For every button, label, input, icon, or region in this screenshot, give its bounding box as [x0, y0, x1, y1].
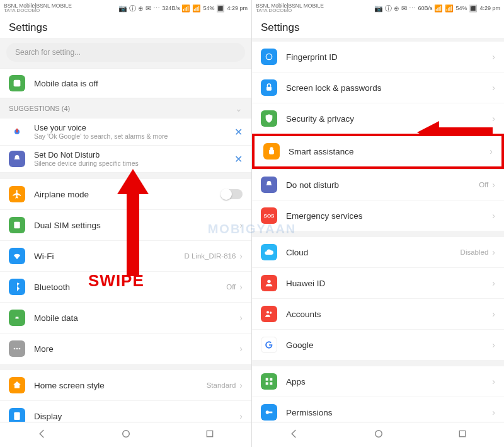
- nav-bar: [0, 422, 251, 447]
- page-title: Settings: [261, 21, 495, 34]
- phone-left: BSNL Mobile|BSNL MOBILE TATA DOCOMO 📷 ⓘ …: [0, 0, 252, 447]
- row-wifi[interactable]: Wi-Fi D Link_DIR-816 ›: [0, 240, 251, 271]
- battery-icon: 🔳: [469, 4, 478, 13]
- nav-home[interactable]: [120, 428, 132, 442]
- header: Settings: [0, 16, 251, 38]
- battery-icon: 🔳: [216, 4, 225, 13]
- chevron-right-icon: ›: [492, 52, 495, 62]
- data-rate: 60B/s: [418, 5, 432, 11]
- carrier-line2: TATA DOCOMO: [4, 8, 40, 13]
- chevron-right-icon: ›: [492, 309, 495, 319]
- row-more[interactable]: More ›: [0, 333, 251, 364]
- row-permissions[interactable]: Permissions ›: [252, 397, 504, 422]
- svg-rect-22: [269, 412, 272, 414]
- row-bluetooth[interactable]: Bluetooth Off ›: [0, 271, 251, 302]
- data-rate: 324B/s: [162, 5, 180, 11]
- row-mobile-data[interactable]: Mobile data ›: [0, 302, 251, 333]
- chevron-right-icon: ›: [492, 83, 495, 93]
- clock: 4:29 pm: [227, 5, 248, 11]
- row-screen-lock[interactable]: Screen lock & passwords ›: [252, 72, 504, 103]
- chevron-right-icon: ›: [239, 220, 243, 230]
- status-bar: BSNL Mobile|BSNL MOBILE TATA DOCOMO 📷 ⓘ …: [252, 0, 504, 16]
- svg-point-16: [270, 311, 272, 313]
- banner-text: Mobile data is off: [34, 79, 98, 88]
- chevron-right-icon: ›: [492, 340, 495, 350]
- row-smart-assistance[interactable]: Smart assistance ›: [252, 134, 504, 169]
- row-cloud[interactable]: Cloud Disabled ›: [252, 237, 504, 267]
- chevron-right-icon: ›: [490, 146, 493, 156]
- chevron-right-icon: ›: [492, 247, 495, 257]
- svg-rect-3: [14, 222, 20, 229]
- row-google[interactable]: Google ›: [252, 329, 504, 360]
- row-airplane-mode[interactable]: Airplane mode: [0, 179, 251, 209]
- row-accounts[interactable]: Accounts ›: [252, 298, 504, 329]
- suggestions-header[interactable]: SUGGESTIONS (4) ⌄: [0, 98, 251, 119]
- nav-bar: [252, 422, 504, 447]
- search-placeholder: Search for setting...: [15, 48, 81, 57]
- row-dual-sim[interactable]: Dual SIM settings ›: [0, 209, 251, 240]
- chevron-right-icon: ›: [239, 251, 243, 261]
- svg-rect-17: [266, 378, 268, 381]
- nav-back[interactable]: [289, 428, 300, 442]
- battery-pct: 54%: [203, 5, 214, 11]
- header: Settings: [252, 16, 504, 38]
- page-title: Settings: [9, 21, 243, 34]
- row-security[interactable]: Security & privacy ›: [252, 103, 504, 134]
- svg-rect-2: [16, 129, 18, 133]
- row-do-not-disturb[interactable]: Do not disturb Off ›: [252, 169, 504, 200]
- svg-rect-0: [14, 80, 21, 87]
- nav-recent[interactable]: [205, 429, 215, 441]
- svg-rect-10: [207, 431, 212, 436]
- chevron-right-icon: ›: [239, 282, 243, 292]
- svg-rect-19: [266, 382, 268, 385]
- chevron-right-icon: ›: [492, 180, 495, 190]
- nav-back[interactable]: [37, 428, 48, 442]
- row-fingerprint[interactable]: Fingerprint ID ›: [252, 42, 504, 72]
- svg-point-5: [16, 348, 18, 350]
- svg-point-21: [266, 410, 269, 414]
- row-huawei-id[interactable]: Huawei ID ›: [252, 267, 504, 298]
- chevron-right-icon: ›: [239, 380, 243, 390]
- svg-point-12: [266, 54, 272, 59]
- row-display[interactable]: Display ›: [0, 400, 251, 422]
- nav-home[interactable]: [373, 428, 384, 442]
- chevron-right-icon: ›: [239, 344, 243, 354]
- signal-icon: 📶 📶: [434, 4, 454, 13]
- row-home-screen[interactable]: Home screen style Standard ›: [0, 370, 251, 400]
- chevron-right-icon: ›: [492, 376, 495, 386]
- chevron-down-icon: ⌄: [235, 103, 243, 113]
- clock: 4:29 pm: [479, 5, 500, 11]
- chevron-right-icon: ›: [492, 407, 495, 417]
- svg-rect-7: [14, 412, 20, 420]
- row-apps[interactable]: Apps ›: [252, 366, 504, 397]
- dismiss-icon[interactable]: ✕: [234, 153, 243, 165]
- svg-point-4: [14, 348, 16, 350]
- search-input[interactable]: Search for setting...: [6, 43, 245, 62]
- mobile-data-off-banner[interactable]: Mobile data is off: [0, 68, 251, 98]
- dismiss-icon[interactable]: ✕: [234, 126, 243, 138]
- chevron-right-icon: ›: [492, 113, 495, 124]
- svg-rect-29: [459, 431, 465, 436]
- chevron-right-icon: ›: [492, 278, 495, 288]
- battery-pct: 54%: [455, 5, 467, 11]
- signal-icon: 📶 📶: [181, 4, 201, 13]
- airplane-toggle[interactable]: [221, 189, 243, 199]
- svg-point-6: [19, 348, 21, 350]
- chevron-right-icon: ›: [239, 411, 243, 421]
- svg-point-15: [266, 311, 269, 313]
- row-emergency[interactable]: SOS Emergency services ›: [252, 200, 504, 231]
- svg-rect-20: [270, 382, 272, 385]
- svg-rect-13: [266, 87, 272, 91]
- svg-point-28: [375, 430, 382, 437]
- phone-right: BSNL Mobile|BSNL MOBILE TATA DOCOMO 📷 ⓘ …: [252, 0, 504, 447]
- suggestion-voice[interactable]: Use your voice Say 'Ok Google' to search…: [0, 119, 251, 146]
- carrier-line2: TATA DOCOMO: [256, 8, 292, 13]
- svg-point-14: [267, 280, 270, 283]
- chevron-right-icon: ›: [239, 313, 243, 323]
- status-icons: 📷 ⓘ ⊕ ✉ ⋯: [374, 4, 416, 13]
- svg-rect-18: [270, 378, 272, 381]
- suggestion-dnd[interactable]: Set Do Not Disturb Silence device during…: [0, 146, 251, 173]
- chevron-right-icon: ›: [492, 211, 495, 221]
- svg-point-9: [123, 430, 130, 437]
- nav-recent[interactable]: [457, 429, 467, 441]
